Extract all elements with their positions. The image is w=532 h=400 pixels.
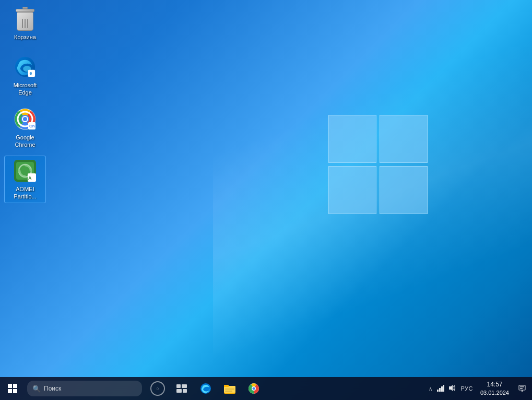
svg-rect-18	[176, 384, 181, 388]
taskbar-edge[interactable]	[194, 377, 217, 400]
taskbar-file-explorer[interactable]	[218, 377, 241, 400]
bin-lines	[22, 19, 28, 28]
start-pane-bl	[8, 389, 12, 393]
svg-rect-38	[520, 388, 523, 389]
edge-label: Microsoft Edge	[6, 81, 44, 97]
start-pane-tr	[13, 384, 17, 388]
search-icon: 🔍	[32, 385, 41, 393]
taskbar-task-view[interactable]	[170, 377, 193, 400]
bin-line	[27, 19, 28, 28]
bin-line	[25, 19, 26, 28]
volume-icon	[448, 384, 456, 392]
file-explorer-icon	[224, 383, 235, 394]
svg-rect-33	[441, 386, 443, 392]
cortana-icon: ○	[150, 381, 165, 396]
desktop-icon-edge[interactable]: e Microsoft Edge	[4, 52, 46, 99]
start-button[interactable]	[0, 377, 25, 400]
svg-rect-25	[224, 385, 229, 387]
svg-rect-21	[183, 389, 187, 393]
edge-icon-img: e	[13, 54, 38, 79]
desktop: Корзина e	[0, 0, 532, 400]
taskbar-cortana[interactable]: ○	[146, 377, 169, 400]
task-view-icon	[176, 384, 187, 393]
desktop-icon-recycle-bin[interactable]: Корзина	[4, 4, 46, 43]
svg-rect-26	[225, 389, 234, 390]
recycle-bin-icon	[14, 7, 36, 31]
bin-body	[17, 12, 33, 31]
edge-icon: e	[14, 56, 36, 78]
system-tray: ∧ РУС	[427, 377, 532, 400]
windows-start-icon	[8, 384, 17, 393]
svg-rect-32	[439, 388, 441, 392]
network-icon	[437, 384, 444, 392]
taskbar-chrome-icon	[248, 383, 259, 394]
desktop-icon-aomei[interactable]: A AOMEI Partitio...	[4, 156, 46, 203]
notification-icon	[518, 385, 526, 392]
tray-network-icon[interactable]	[435, 382, 446, 395]
tray-volume-icon[interactable]	[447, 382, 457, 395]
chrome-label: Google Chrome	[6, 134, 44, 149]
windows-logo	[328, 115, 428, 214]
svg-text:A: A	[28, 175, 32, 181]
svg-point-8	[23, 117, 27, 121]
win-pane-tr	[380, 115, 428, 163]
aomei-icon-img: A	[13, 158, 38, 183]
search-bar[interactable]: 🔍 Поиск	[27, 381, 142, 396]
svg-rect-31	[437, 390, 439, 392]
cortana-circle-inner: ○	[156, 386, 159, 391]
bin-line	[22, 19, 23, 28]
svg-rect-39	[522, 390, 523, 392]
taskbar-edge-icon	[200, 383, 211, 394]
clock-date: 03.01.2024	[480, 389, 509, 396]
svg-point-30	[253, 387, 255, 390]
chevron-up-icon: ∧	[429, 386, 432, 392]
aomei-label: AOMEI Partitio...	[7, 185, 43, 201]
svg-rect-19	[182, 384, 187, 388]
taskbar: 🔍 Поиск ○	[0, 377, 532, 400]
chrome-desktop-icon: Ch	[14, 108, 37, 131]
clock-area[interactable]: 14:57 03.01.2024	[476, 380, 513, 397]
svg-rect-34	[443, 385, 444, 392]
svg-rect-20	[176, 389, 182, 393]
recycle-bin-label: Корзина	[6, 33, 44, 41]
start-pane-br	[13, 389, 17, 393]
search-placeholder-text: Поиск	[44, 385, 61, 392]
taskbar-pinned-icons: ○	[146, 377, 265, 400]
svg-marker-35	[449, 385, 453, 391]
tray-language[interactable]: РУС	[458, 384, 475, 393]
chrome-icon-img: Ch	[13, 107, 38, 132]
start-pane-tl	[8, 384, 12, 388]
svg-rect-36	[519, 385, 525, 390]
svg-text:Ch: Ch	[29, 124, 35, 128]
win-pane-br	[380, 166, 428, 214]
tray-overflow-button[interactable]: ∧	[427, 384, 434, 394]
clock-time: 14:57	[487, 381, 502, 389]
taskbar-chrome[interactable]	[242, 377, 265, 400]
svg-rect-27	[225, 391, 232, 392]
win-pane-tl	[328, 115, 376, 163]
aomei-icon: A	[13, 159, 37, 183]
svg-text:e: e	[30, 70, 32, 76]
win-pane-bl	[328, 166, 376, 214]
notification-center-button[interactable]	[514, 377, 530, 400]
svg-rect-37	[520, 386, 524, 387]
desktop-icon-chrome[interactable]: Ch Google Chrome	[4, 104, 46, 151]
recycle-bin-icon-img	[13, 6, 38, 31]
